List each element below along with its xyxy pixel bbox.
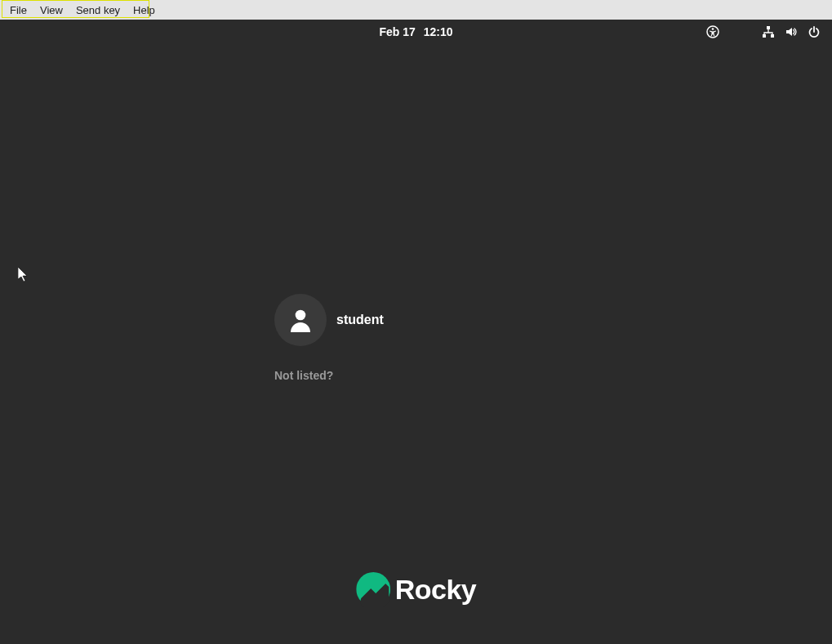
rocky-logo-icon: [356, 572, 390, 606]
menu-file[interactable]: File: [3, 2, 33, 18]
accessibility-icon[interactable]: [706, 25, 719, 38]
svg-point-5: [296, 310, 306, 321]
mouse-cursor: [18, 267, 29, 283]
date-label: Feb 17: [379, 25, 415, 38]
person-icon: [286, 305, 315, 335]
menu-send-key[interactable]: Send key: [69, 2, 127, 18]
datetime[interactable]: Feb 17 12:10: [379, 25, 452, 38]
svg-point-1: [712, 28, 714, 30]
rocky-logo: Rocky: [356, 572, 477, 606]
menu-view[interactable]: View: [33, 2, 69, 18]
time-label: 12:10: [424, 25, 453, 38]
desktop: Feb 17 12:10: [0, 20, 832, 644]
network-icon[interactable]: [762, 25, 775, 38]
vm-menubar: File View Send key Help: [0, 0, 832, 20]
system-tray: [706, 25, 821, 38]
power-icon[interactable]: [808, 25, 821, 38]
username-label: student: [336, 313, 384, 327]
avatar: [274, 294, 327, 346]
user-entry[interactable]: student: [274, 294, 384, 346]
top-bar: Feb 17 12:10: [0, 20, 832, 44]
menu-help[interactable]: Help: [127, 2, 162, 18]
not-listed-link[interactable]: Not listed?: [274, 369, 384, 382]
rocky-logo-text: Rocky: [395, 574, 477, 606]
login-area: student Not listed?: [274, 294, 384, 382]
volume-icon[interactable]: [785, 25, 798, 38]
svg-rect-3: [763, 34, 766, 38]
svg-rect-2: [767, 26, 770, 29]
svg-rect-4: [771, 34, 774, 38]
